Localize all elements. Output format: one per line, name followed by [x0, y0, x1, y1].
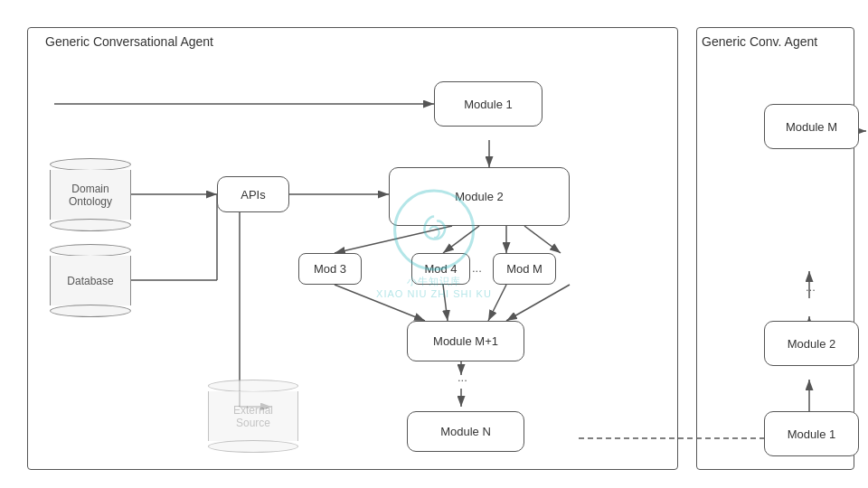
domain-ontology-label: DomainOntology: [69, 183, 112, 208]
moduleM-right-box: Module M: [764, 104, 859, 149]
right-box-label: Generic Conv. Agent: [702, 34, 817, 49]
modM-small-box: Mod M: [493, 253, 556, 285]
module2-main-box: Module 2: [389, 167, 570, 226]
modM-small-label: Mod M: [506, 262, 542, 276]
mod3-box: Mod 3: [298, 253, 362, 285]
ellipsis-main: ...: [458, 371, 467, 384]
domain-ontology-cylinder: DomainOntology: [50, 158, 131, 231]
ellipsis-right: ...: [806, 280, 816, 294]
moduleMplus1-label: Module M+1: [433, 334, 498, 348]
moduleMplus1-box: Module M+1: [407, 321, 524, 361]
module2-main-label: Module 2: [455, 190, 503, 203]
mod4-box: Mod 4: [411, 253, 470, 285]
moduleM-right-label: Module M: [786, 120, 837, 134]
database-label: Database: [67, 275, 113, 287]
module1-right-box: Module 1: [764, 411, 859, 456]
module1-box: Module 1: [434, 81, 542, 127]
database-cylinder: Database: [50, 244, 131, 317]
external-source-cylinder: ExternalSource: [208, 380, 298, 453]
main-box-label: Generic Conversational Agent: [45, 34, 213, 49]
mod3-label: Mod 3: [314, 262, 346, 276]
module1-label: Module 1: [464, 98, 512, 111]
module1-right-label: Module 1: [788, 427, 835, 441]
mod4-label: Mod 4: [424, 262, 457, 276]
apis-label: APIs: [241, 188, 265, 202]
diagram-container: Generic Conversational Agent Generic Con…: [0, 0, 868, 488]
moduleN-label: Module N: [440, 425, 491, 438]
module2-right-label: Module 2: [788, 337, 835, 351]
right-box: [696, 27, 854, 470]
ellipsis-mods: ...: [472, 261, 482, 275]
external-source-label: ExternalSource: [233, 404, 273, 429]
apis-box: APIs: [217, 176, 289, 212]
moduleN-box: Module N: [407, 411, 524, 452]
module2-right-box: Module 2: [764, 321, 859, 366]
